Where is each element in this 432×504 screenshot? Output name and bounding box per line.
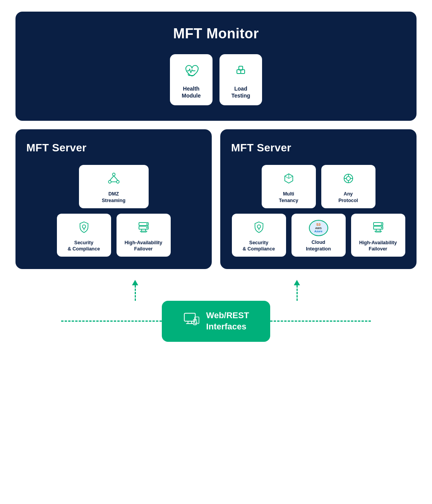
protocol-icon <box>341 171 356 188</box>
ha-failover-right-label: High-AvailabilityFailover <box>359 240 397 252</box>
server-left-section: MFT Server DMZStreaming <box>15 129 212 269</box>
left-dashed-line-h <box>61 321 162 322</box>
left-arrow-head <box>132 280 138 285</box>
svg-point-13 <box>146 223 147 225</box>
server-left-icon <box>136 220 151 237</box>
svg-point-3 <box>112 173 115 176</box>
cloud-integration-card: S3 AWS Azure CloudIntegration <box>291 214 346 257</box>
security-compliance-left-label: Security& Compliance <box>68 240 100 252</box>
server-left-top-cards: DMZStreaming <box>26 165 201 208</box>
server-right-title: MFT Server <box>231 142 291 154</box>
svg-rect-37 <box>375 231 381 232</box>
servers-row: MFT Server DMZStreaming <box>15 129 417 269</box>
right-arrow-up <box>294 280 300 301</box>
health-module-label: HealthModule <box>182 85 201 99</box>
monitor-icon <box>183 311 200 331</box>
security-compliance-right-card: Security& Compliance <box>232 214 286 257</box>
server-right-bottom-cards: Security& Compliance S3 AWS Azure <box>231 214 406 257</box>
svg-point-4 <box>108 181 111 183</box>
left-dashed-line-v <box>135 285 136 301</box>
security-compliance-right-label: Security& Compliance <box>243 240 275 252</box>
security-compliance-left-card: Security& Compliance <box>57 214 111 257</box>
load-testing-card: LoadTesting <box>219 54 262 105</box>
health-icon <box>183 62 200 81</box>
server-right-top-cards: MultiTenancy AnyProtocol <box>231 165 406 208</box>
multi-tenancy-card: MultiTenancy <box>262 165 316 208</box>
boxes-icon <box>232 62 249 81</box>
network-icon <box>106 171 121 188</box>
right-dashed-line-v <box>297 285 298 301</box>
security-left-icon <box>77 220 91 237</box>
web-rest-label: Web/RESTInterfaces <box>206 310 249 332</box>
svg-point-32 <box>381 223 382 225</box>
monitor-cards: HealthModule LoadTesting <box>170 54 262 105</box>
azure-badge: Azure <box>314 230 322 233</box>
web-rest-card: Web/RESTInterfaces <box>162 301 270 341</box>
any-protocol-label: AnyProtocol <box>338 191 358 204</box>
svg-line-6 <box>110 176 113 180</box>
svg-rect-18 <box>141 231 146 232</box>
cube-icon <box>281 171 296 188</box>
svg-point-28 <box>257 225 261 228</box>
server-right-icon <box>371 220 386 237</box>
cloud-icon: S3 AWS Azure <box>309 220 328 236</box>
ha-failover-left-label: High-AvailabilityFailover <box>125 240 162 252</box>
server-right-section: MFT Server MultiTenancy <box>220 129 417 269</box>
server-left-bottom-cards: Security& Compliance <box>26 214 201 257</box>
load-testing-label: LoadTesting <box>231 85 250 99</box>
right-arrow-head <box>294 280 300 285</box>
svg-line-20 <box>285 176 288 178</box>
svg-point-9 <box>82 225 86 228</box>
ha-failover-right-card: High-AvailabilityFailover <box>351 214 405 257</box>
svg-point-23 <box>346 177 350 180</box>
monitor-section: MFT Monitor HealthModule <box>15 12 417 121</box>
page-container: MFT Monitor HealthModule <box>15 12 417 342</box>
left-arrow-up <box>132 280 138 301</box>
server-left-title: MFT Server <box>26 142 87 154</box>
cloud-integration-label: CloudIntegration <box>306 239 331 252</box>
ha-failover-left-card: High-AvailabilityFailover <box>117 214 171 257</box>
dmz-streaming-card: DMZStreaming <box>79 165 149 208</box>
web-rest-row: Web/RESTInterfaces <box>15 301 417 341</box>
bottom-section: Web/RESTInterfaces <box>15 278 417 341</box>
security-right-icon <box>252 220 266 237</box>
right-dashed-line-h <box>270 321 371 322</box>
health-module-card: HealthModule <box>170 54 213 105</box>
any-protocol-card: AnyProtocol <box>321 165 375 208</box>
monitor-title: MFT Monitor <box>173 26 259 42</box>
dmz-streaming-label: DMZStreaming <box>102 191 125 204</box>
svg-point-33 <box>381 227 382 228</box>
svg-line-21 <box>289 176 293 178</box>
svg-point-14 <box>146 227 147 228</box>
multi-tenancy-label: MultiTenancy <box>279 191 298 204</box>
svg-point-5 <box>116 181 119 183</box>
svg-line-7 <box>114 176 118 180</box>
